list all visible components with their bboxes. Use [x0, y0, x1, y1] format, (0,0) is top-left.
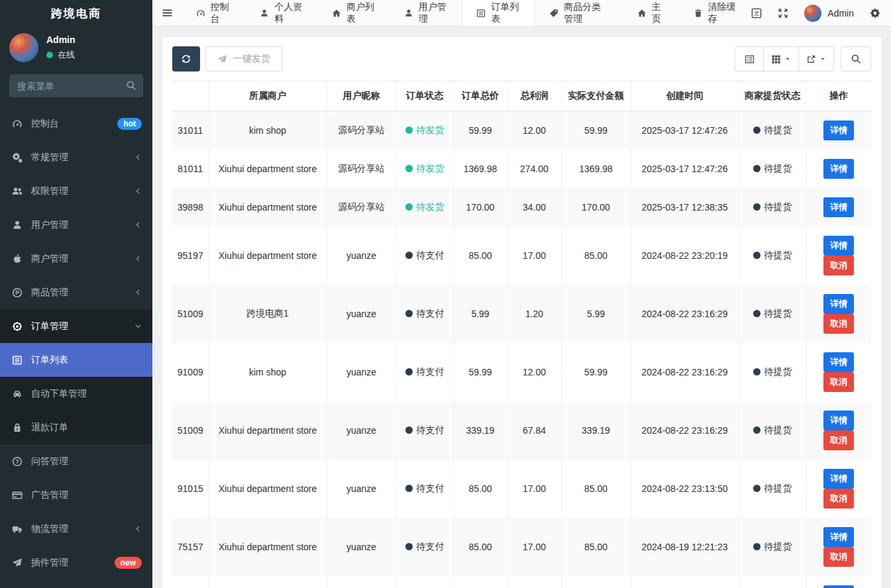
- refresh-button[interactable]: [172, 46, 200, 72]
- merchant-cell: Xiuhui department store: [209, 518, 327, 576]
- cancel-button[interactable]: 取消: [823, 489, 854, 509]
- wheel-icon: [11, 321, 23, 332]
- sidebar-item-general[interactable]: 常规管理: [0, 140, 152, 174]
- cancel-button[interactable]: 取消: [823, 256, 854, 275]
- sidebar-item-ad[interactable]: 广告管理: [0, 478, 152, 512]
- table-search-button[interactable]: [841, 46, 871, 72]
- tab-console[interactable]: 控制台: [182, 0, 246, 26]
- pickup-status-cell: 待提货: [739, 401, 806, 460]
- sidebar-item-permission[interactable]: 权限管理: [0, 174, 152, 208]
- hamburger-icon: [162, 7, 173, 19]
- user-icon: [260, 9, 269, 18]
- fullscreen-button[interactable]: [778, 8, 788, 19]
- sidebar-item-plugin[interactable]: 插件管理new: [0, 546, 152, 579]
- orders-card: 一键发货: [162, 37, 881, 588]
- paid-cell: 85.00: [561, 518, 631, 576]
- pickup-status-cell: 待提货: [739, 150, 806, 188]
- tab-user-management[interactable]: 用户管理: [390, 0, 462, 26]
- sidebar-user-panel: Admin 在线: [0, 28, 152, 72]
- translate-button[interactable]: 文: [751, 8, 762, 19]
- settings-button[interactable]: [870, 8, 880, 19]
- sidebar-item-user[interactable]: 用户管理: [0, 208, 152, 242]
- navbar-user-menu[interactable]: Admin: [804, 5, 854, 22]
- sidebar-item-order-list[interactable]: 订单列表: [0, 343, 152, 377]
- total-cell: 170.00: [453, 188, 507, 226]
- tab-home[interactable]: 主页: [623, 0, 680, 26]
- order-status-cell: 待发货: [396, 111, 453, 150]
- sidebar-item-order[interactable]: 订单管理: [0, 309, 152, 343]
- col-header-actions: 操作: [806, 81, 871, 111]
- pickup-status-cell: 待提货: [739, 111, 806, 150]
- total-cell: 85.00: [453, 226, 507, 285]
- sidebar-item-product[interactable]: P商品管理: [0, 275, 152, 309]
- order-status-label: 待支付: [417, 483, 445, 493]
- sidebar-item-logistics[interactable]: 物流管理: [0, 512, 152, 546]
- sidebar-toggle-button[interactable]: [152, 0, 182, 26]
- tab-clear-cache[interactable]: 清除缓存: [680, 0, 752, 26]
- page-content: 一键发货: [152, 26, 891, 588]
- toolbar-right: [735, 46, 871, 72]
- detail-button[interactable]: 详情: [823, 294, 854, 314]
- tab-order-list[interactable]: 订单列表: [462, 0, 535, 26]
- merchant-cell: Xiuhui department store: [209, 188, 327, 226]
- nickname-cell: 随机户: [327, 576, 396, 588]
- cancel-button[interactable]: 取消: [823, 372, 854, 392]
- home-icon: [332, 9, 341, 18]
- export-button[interactable]: [798, 46, 834, 72]
- menu-search-input[interactable]: [9, 74, 143, 97]
- gear-icon: [870, 8, 880, 19]
- sidebar-item-qa[interactable]: ?问答管理: [0, 444, 152, 478]
- sidebar-item-label: 退款订单: [31, 422, 68, 434]
- sidebar-item-console[interactable]: 控制台hot: [0, 107, 152, 140]
- order-status-cell: 待发货: [396, 150, 453, 188]
- cancel-button[interactable]: 取消: [823, 547, 854, 567]
- merchant-cell: kim shop: [209, 111, 327, 150]
- export-icon: [806, 54, 816, 64]
- order-id-cell: 51009: [172, 285, 209, 343]
- detail-button[interactable]: 详情: [823, 159, 854, 179]
- tab-label: 订单列表: [491, 1, 521, 25]
- actions-cell: 详情取消: [806, 226, 871, 285]
- tab-profile[interactable]: 个人资料: [246, 0, 318, 26]
- pickup-status-cell: 待提货: [739, 460, 806, 518]
- sidebar-item-auto-order[interactable]: 自动下单管理: [0, 377, 152, 411]
- app-root: 跨境电商 Admin 在线 控制台hot常规管理权限管理用户管理商户管理P商品管…: [0, 0, 891, 588]
- cancel-button[interactable]: 取消: [823, 314, 854, 334]
- tag-icon: [549, 9, 558, 18]
- detail-button[interactable]: 详情: [823, 585, 854, 588]
- sidebar-item-merchant[interactable]: 商户管理: [0, 242, 152, 275]
- table-row: 81011Xiuhui department store源码分享站待发货1369…: [172, 150, 871, 188]
- tab-merchant-list[interactable]: 商户列表: [318, 0, 390, 26]
- detail-button[interactable]: 详情: [823, 352, 854, 372]
- sidebar-item-refund-order[interactable]: 退款订单: [0, 411, 152, 444]
- order-management-group: 订单管理订单列表自动下单管理退款订单: [0, 309, 152, 444]
- svg-text:文: 文: [754, 10, 760, 17]
- one-key-ship-button[interactable]: 一键发货: [205, 46, 282, 72]
- profit-cell: 1.20: [507, 285, 561, 343]
- avatar: [9, 33, 38, 62]
- translate-icon: 文: [751, 8, 762, 19]
- detail-button[interactable]: 详情: [823, 469, 854, 489]
- paid-cell: 85.00: [561, 226, 631, 285]
- pickup-status-cell: 待提货: [739, 576, 806, 588]
- online-dot-icon: [46, 52, 53, 58]
- navbar-right: 文Admin: [751, 0, 891, 26]
- detail-view-button[interactable]: [735, 46, 764, 72]
- detail-button[interactable]: 详情: [823, 527, 854, 547]
- svg-text:P: P: [15, 289, 19, 296]
- sidebar-menu: 控制台hot常规管理权限管理用户管理商户管理P商品管理订单管理订单列表自动下单管…: [0, 107, 152, 579]
- detail-button[interactable]: 详情: [823, 197, 854, 217]
- sidebar-item-label: 广告管理: [31, 489, 68, 501]
- table-row: 75157Xiuhui department storeyuanze待支付85.…: [172, 518, 871, 576]
- detail-button[interactable]: 详情: [823, 121, 854, 140]
- pickup-status-label: 待提货: [764, 483, 792, 493]
- created-cell: 2025-03-17 12:38:35: [631, 188, 739, 226]
- tab-product-category[interactable]: 商品分类管理: [535, 0, 623, 26]
- columns-button[interactable]: [763, 46, 799, 72]
- cancel-button[interactable]: 取消: [823, 430, 854, 450]
- total-cell: 59.99: [453, 111, 507, 150]
- detail-button[interactable]: 详情: [823, 236, 854, 256]
- tab-label: 商户列表: [346, 1, 376, 25]
- actions-cell: 详情取消: [806, 343, 871, 401]
- detail-button[interactable]: 详情: [823, 411, 854, 430]
